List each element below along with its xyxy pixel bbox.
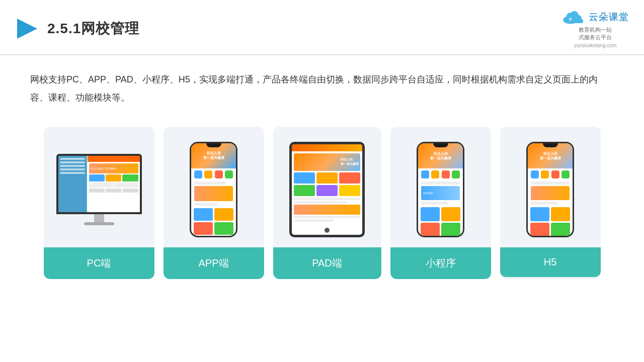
tablet-list-3 (294, 216, 360, 218)
screen-sidebar (58, 156, 87, 212)
card-h5-image: 职达人的第一堂兴趣课 (500, 127, 601, 247)
logo-text-main: 云朵课堂 (589, 11, 629, 23)
phone-screen-app: 职达人的第一堂兴趣课 (191, 143, 236, 236)
card-pc-image: 职达人的第一堂兴趣课 (44, 127, 154, 247)
card-pc-label: PC端 (44, 247, 154, 279)
h5-grid-4 (551, 223, 570, 236)
mini-list-banner: 推荐课程 (421, 186, 460, 200)
phone-list-h5 (528, 180, 573, 206)
mini-grid-3 (421, 223, 440, 236)
course-item-1 (194, 208, 213, 221)
monitor-stand (94, 214, 104, 222)
monitor-screen: 职达人的第一堂兴趣课 (58, 156, 140, 212)
mini-card-5 (114, 183, 138, 188)
sidebar-item-3 (60, 165, 86, 167)
phone-banner-text-h5: 职达人的第一堂兴趣课 (540, 151, 561, 160)
tablet-list-pad (294, 198, 360, 222)
screen-cards-row-2 (89, 183, 138, 188)
phone-screen-h5: 职达人的第一堂兴趣课 (528, 143, 573, 236)
mini-grid-4 (441, 223, 460, 236)
logo-cloud: 云朵课堂 (561, 9, 629, 25)
tablet-content-pad: 职达人的第一堂兴趣课 (292, 151, 362, 224)
course-item-4 (214, 222, 233, 235)
mini-card-3 (122, 174, 138, 182)
phone-list-app (191, 180, 236, 207)
list-line-1 (194, 182, 225, 185)
phone-mock-h5: 职达人的第一堂兴趣课 (526, 142, 574, 237)
svg-marker-0 (17, 19, 37, 39)
h5-icon-1 (531, 170, 539, 178)
card-miniprogram: 职达人的第一堂兴趣课 推荐课程 (390, 127, 491, 279)
monitor-base (84, 222, 114, 225)
mini-list-banner-text: 推荐课程 (423, 192, 433, 195)
tablet-banner-pad: 职达人的第一堂兴趣课 (294, 153, 360, 171)
banner-text: 职达人的第一堂兴趣课 (91, 167, 116, 170)
phone-mock-mini: 职达人的第一堂兴趣课 推荐课程 (417, 142, 464, 237)
h5-grid-3 (530, 223, 549, 236)
course-item-2 (214, 208, 233, 221)
mini-list-2 (421, 202, 448, 205)
play-icon (15, 17, 39, 41)
h5-grid-1 (530, 207, 549, 221)
screen-cards-row-1 (89, 174, 138, 182)
sidebar-item-2 (60, 161, 86, 163)
logo-url: yunduoketang.com (574, 43, 617, 48)
h5-icon-3 (551, 170, 559, 178)
phone-banner-text-app: 职达人的第一堂兴趣课 (203, 151, 224, 160)
mini-card-2 (106, 174, 121, 182)
tablet-list-4 (294, 219, 334, 222)
mini-icon-1 (421, 170, 429, 178)
cards-container: 职达人的第一堂兴趣课 (0, 112, 644, 294)
phone-list-mini: 推荐课程 (418, 180, 463, 206)
mini-card-7 (106, 189, 121, 193)
screen-content-body: 职达人的第一堂兴趣课 (88, 162, 140, 194)
phone-banner-text-mini: 职达人的第一堂兴趣课 (430, 151, 451, 160)
svg-point-4 (571, 11, 579, 19)
h5-grid-2 (551, 207, 570, 221)
list-line-2 (194, 203, 217, 206)
svg-rect-5 (565, 19, 583, 23)
cloud-icon (561, 9, 586, 25)
phone-icon-3 (215, 170, 223, 178)
tablet-grid-4 (294, 185, 315, 196)
h5-icon-4 (561, 170, 570, 178)
mini-grid-1 (421, 207, 440, 221)
card-pad-label: PAD端 (273, 247, 381, 279)
phone-screen-mini: 职达人的第一堂兴趣课 推荐课程 (418, 143, 463, 236)
tablet-list-2 (294, 201, 347, 204)
phone-grid-mini (418, 206, 463, 236)
tablet-grid-5 (316, 185, 338, 196)
monitor-body: 职达人的第一堂兴趣课 (56, 154, 142, 214)
mini-list-1 (421, 182, 460, 185)
tablet-grid-pad (294, 172, 360, 196)
screen-header-bar (88, 156, 140, 162)
phone-notch-app (206, 143, 221, 147)
tablet-grid-1 (294, 172, 315, 184)
logo-sub: 教育机构一站 式服务云平台 (579, 26, 612, 42)
mini-icon-3 (442, 170, 450, 178)
mini-card-6 (89, 189, 105, 193)
phone-icon-1 (194, 170, 202, 178)
description-text: 网校支持PC、APP、PAD、小程序、H5，实现多端打通，产品各终端自由切换，数… (30, 74, 598, 103)
screen-content: 职达人的第一堂兴趣课 (88, 156, 140, 212)
pc-monitor: 职达人的第一堂兴趣课 (56, 154, 142, 225)
logo-area: 云朵课堂 教育机构一站 式服务云平台 yunduoketang.com (561, 9, 629, 48)
phone-icons-mini (418, 168, 463, 180)
phone-icons-h5 (528, 168, 573, 180)
sidebar-item-5 (60, 172, 86, 174)
card-pad: 职达人的第一堂兴趣课 (273, 127, 381, 279)
list-line-banner (194, 186, 233, 201)
tablet-grid-6 (339, 185, 360, 196)
tablet-home-btn (325, 228, 330, 233)
mini-card-8 (122, 189, 138, 193)
mini-grid-2 (441, 207, 460, 221)
phone-icon-2 (204, 170, 212, 178)
card-miniprogram-label: 小程序 (390, 247, 491, 279)
header: 2.5.1网校管理 云朵课堂 教育机构一站 式服务云平台 yunduoketan… (0, 0, 644, 55)
card-app-label: APP端 (164, 247, 264, 279)
card-miniprogram-image: 职达人的第一堂兴趣课 推荐课程 (390, 127, 491, 247)
mini-icon-2 (431, 170, 439, 178)
phone-notch-h5 (543, 143, 558, 147)
tablet-header-pad (292, 144, 362, 151)
h5-list-banner (531, 186, 570, 200)
